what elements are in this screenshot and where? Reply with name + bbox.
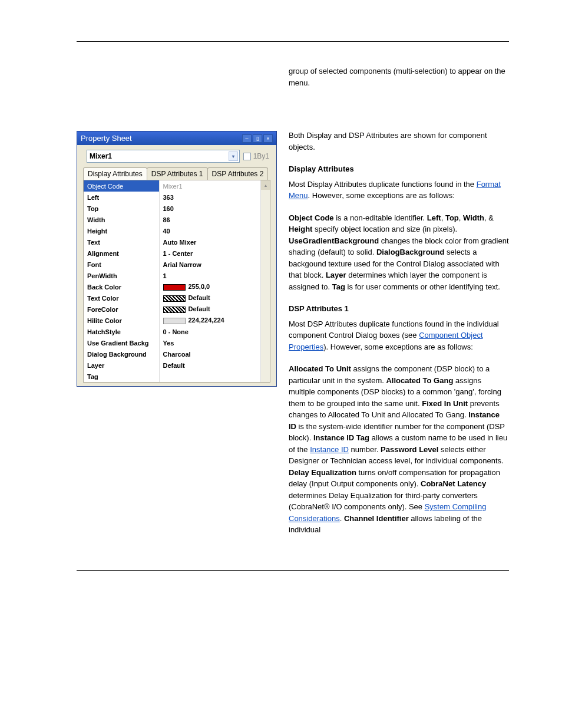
property-row[interactable]: Back Color255,0,0: [84, 281, 270, 292]
property-label: PenWidth: [84, 270, 159, 281]
property-row[interactable]: PenWidth1: [84, 270, 270, 281]
property-row[interactable]: Object CodeMixer1: [84, 180, 270, 192]
property-value[interactable]: Charcoal: [159, 348, 270, 360]
property-label: Use Gradient Backg: [84, 337, 159, 348]
paragraph: Object Code is a non-editable identifier…: [289, 212, 509, 293]
property-label: Layer: [84, 360, 159, 371]
property-value[interactable]: 1: [159, 270, 270, 281]
paragraph: Both Display and DSP Attributes are show…: [289, 130, 509, 153]
close-icon[interactable]: ×: [263, 134, 273, 143]
property-label: Object Code: [84, 180, 159, 192]
paragraph: Most DSP Attributes duplicate functions …: [289, 318, 509, 353]
scroll-up-icon[interactable]: ▴: [261, 180, 270, 190]
property-row[interactable]: ForeColorDefault: [84, 304, 270, 315]
property-value[interactable]: Auto Mixer: [159, 236, 270, 248]
property-row[interactable]: TextAuto Mixer: [84, 236, 270, 248]
chevron-down-icon[interactable]: ▾: [229, 151, 238, 161]
property-sheet-window: Property Sheet – ▯ × Mixer1 ▾: [77, 131, 277, 387]
property-row[interactable]: HatchStyle0 - None: [84, 326, 270, 337]
property-row[interactable]: Hilite Color224,224,224: [84, 315, 270, 326]
one-by-one-checkbox[interactable]: 1By1: [243, 152, 269, 160]
property-label: Hilite Color: [84, 315, 159, 326]
property-value[interactable]: 160: [159, 203, 270, 214]
combo-value: Mixer1: [90, 152, 112, 160]
property-value[interactable]: 363: [159, 192, 270, 203]
property-row[interactable]: Text ColorDefault: [84, 292, 270, 304]
tab-dsp-attributes-1[interactable]: DSP Attributes 1: [147, 167, 208, 180]
property-label: Left: [84, 192, 159, 203]
property-value[interactable]: Mixer1: [159, 180, 270, 192]
checkbox-icon[interactable]: [243, 153, 251, 160]
property-label: Tag: [84, 371, 159, 382]
property-value[interactable]: 224,224,224: [159, 315, 270, 326]
property-label: Width: [84, 214, 159, 225]
property-row[interactable]: Width86: [84, 214, 270, 225]
instance-id-link[interactable]: Instance ID: [310, 445, 349, 454]
property-label: ForeColor: [84, 304, 159, 315]
property-row[interactable]: Dialog BackgroundCharcoal: [84, 348, 270, 360]
property-row[interactable]: Use Gradient BackgYes: [84, 337, 270, 348]
minimize-icon[interactable]: –: [242, 134, 252, 143]
property-value[interactable]: 1 - Center: [159, 248, 270, 259]
color-swatch-icon: [163, 318, 186, 324]
tab-dsp-attributes-2[interactable]: DSP Attributes 2: [207, 167, 269, 180]
property-value[interactable]: Default: [159, 292, 270, 304]
pin-icon[interactable]: ▯: [253, 134, 262, 143]
property-label: Text: [84, 236, 159, 248]
property-label: Font: [84, 259, 159, 270]
property-value[interactable]: [159, 371, 270, 382]
property-value[interactable]: Default: [159, 304, 270, 315]
attribute-tabs: Display Attributes DSP Attributes 1 DSP …: [83, 167, 270, 180]
property-value[interactable]: Yes: [159, 337, 270, 348]
property-value[interactable]: 0 - None: [159, 326, 270, 337]
property-grid: Object CodeMixer1Left363Top160Width86Hei…: [83, 180, 270, 383]
color-swatch-icon: [163, 307, 186, 313]
property-label: Text Color: [84, 292, 159, 304]
body-text: Both Display and DSP Attributes are show…: [289, 130, 509, 546]
property-row[interactable]: Top160: [84, 203, 270, 214]
property-row[interactable]: Height40: [84, 225, 270, 236]
property-label: HatchStyle: [84, 326, 159, 337]
property-value[interactable]: 255,0,0: [159, 281, 270, 292]
property-label: Alignment: [84, 248, 159, 259]
property-value[interactable]: 40: [159, 225, 270, 236]
checkbox-label: 1By1: [253, 152, 269, 160]
tab-display-attributes[interactable]: Display Attributes: [83, 167, 147, 180]
property-row[interactable]: Tag: [84, 371, 270, 382]
property-value[interactable]: 86: [159, 214, 270, 225]
property-label: Height: [84, 225, 159, 236]
property-row[interactable]: FontArial Narrow: [84, 259, 270, 270]
property-label: Back Color: [84, 281, 159, 292]
object-selector-combo[interactable]: Mixer1 ▾: [87, 150, 240, 163]
color-swatch-icon: [163, 284, 186, 291]
paragraph: Most Display Attributes duplicate functi…: [289, 179, 509, 202]
property-label: Top: [84, 203, 159, 214]
paragraph: Allocated To Unit assigns the component …: [289, 363, 509, 536]
dsp-attributes-heading: DSP Attributes 1: [289, 303, 509, 315]
property-row[interactable]: Left363: [84, 192, 270, 203]
color-swatch-icon: [163, 295, 186, 302]
property-row[interactable]: LayerDefault: [84, 360, 270, 371]
window-title: Property Sheet: [81, 134, 132, 143]
property-value[interactable]: Default: [159, 360, 270, 371]
property-label: Dialog Background: [84, 348, 159, 360]
vertical-scrollbar[interactable]: ▴: [260, 180, 270, 382]
display-attributes-heading: Display Attributes: [289, 163, 509, 175]
property-row[interactable]: Alignment1 - Center: [84, 248, 270, 259]
property-value[interactable]: Arial Narrow: [159, 259, 270, 270]
titlebar[interactable]: Property Sheet – ▯ ×: [77, 131, 276, 145]
intro-snippet: group of selected components (multi-sele…: [289, 65, 509, 88]
